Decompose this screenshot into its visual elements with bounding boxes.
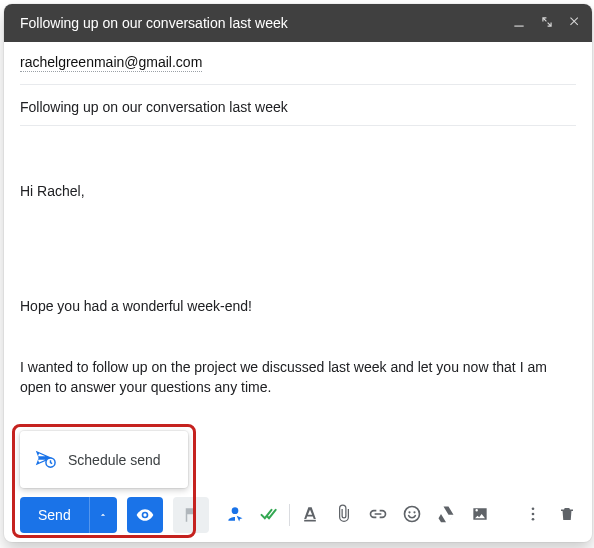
schedule-send-icon (34, 447, 56, 472)
tracking-eye-icon[interactable] (127, 497, 163, 533)
compose-window: Following up on our conversation last we… (4, 4, 592, 542)
divider (20, 125, 576, 126)
send-button[interactable]: Send (20, 497, 89, 533)
send-options-popover: Schedule send (20, 431, 188, 488)
svg-rect-0 (514, 25, 523, 26)
svg-point-7 (532, 512, 535, 515)
title-bar: Following up on our conversation last we… (4, 4, 592, 42)
subject-field[interactable]: Following up on our conversation last we… (20, 99, 576, 115)
svg-point-5 (413, 511, 415, 513)
svg-rect-2 (304, 519, 316, 521)
contact-extension-icon[interactable] (225, 504, 245, 527)
svg-point-3 (404, 506, 419, 521)
svg-point-4 (408, 511, 410, 513)
right-controls (524, 505, 576, 526)
body-line: Hi Rachel, (20, 181, 576, 201)
body-line: Hope you had a wonderful week-end! (20, 296, 576, 316)
schedule-send-item[interactable]: Schedule send (20, 437, 188, 482)
close-icon[interactable] (568, 15, 582, 32)
double-check-icon[interactable] (259, 504, 279, 527)
more-options-icon[interactable] (524, 505, 542, 526)
schedule-send-label: Schedule send (68, 452, 161, 468)
extension-icons (225, 504, 279, 527)
divider (20, 84, 576, 85)
svg-point-6 (532, 507, 535, 510)
window-title: Following up on our conversation last we… (20, 15, 512, 31)
drive-icon[interactable] (436, 504, 456, 527)
compose-content: rachelgreenmain@gmail.com Following up o… (4, 42, 592, 488)
minimize-icon[interactable] (512, 15, 526, 32)
to-field[interactable]: rachelgreenmain@gmail.com (20, 54, 202, 72)
expand-icon[interactable] (540, 15, 554, 32)
divider (289, 504, 290, 526)
reminder-flag-icon[interactable] (173, 497, 209, 533)
compose-toolbar: Send (4, 488, 592, 542)
body-line: I wanted to follow up on the project we … (20, 357, 576, 398)
send-button-group: Send (20, 497, 117, 533)
send-options-caret[interactable] (89, 497, 117, 533)
attach-icon[interactable] (334, 504, 354, 527)
link-icon[interactable] (368, 504, 388, 527)
image-icon[interactable] (470, 504, 490, 527)
emoji-icon[interactable] (402, 504, 422, 527)
formatting-icons (300, 504, 490, 527)
svg-point-8 (532, 517, 535, 520)
window-controls (512, 15, 582, 32)
discard-trash-icon[interactable] (558, 505, 576, 526)
text-format-icon[interactable] (300, 504, 320, 527)
